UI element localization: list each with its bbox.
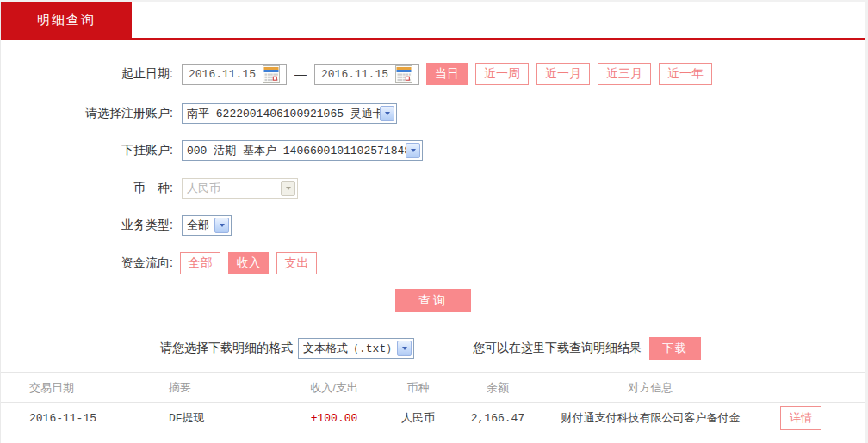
sub-account-label: 下挂账户: bbox=[1, 143, 173, 158]
start-date-input[interactable] bbox=[183, 68, 262, 81]
registered-account-value: 南平 6222001406100921065 灵通卡 bbox=[187, 106, 380, 121]
currency-label: 币 种: bbox=[1, 181, 173, 196]
chevron-down-icon bbox=[281, 181, 295, 196]
fund-flow-row: 资金流向: 全部 收入 支出 bbox=[1, 252, 865, 274]
currency-select: 人民币 bbox=[182, 178, 298, 199]
cell-summary: DF提现 bbox=[169, 410, 291, 426]
tab-label: 明细查询 bbox=[37, 12, 96, 28]
quick-range-year-button[interactable]: 近一年 bbox=[659, 63, 712, 85]
sub-account-value: 000 活期 基本户 1406600101102571848 bbox=[187, 143, 406, 158]
start-date-box bbox=[182, 64, 287, 85]
chevron-down-icon bbox=[397, 341, 412, 356]
download-button[interactable]: 下载 bbox=[649, 337, 701, 360]
header-counterparty: 对方信息 bbox=[536, 380, 765, 396]
download-row: 请您选择下载明细的格式 文本格式（.txt） 您可以在这里下载查询明细结果 下载 bbox=[1, 337, 865, 360]
cell-action: 详情 bbox=[765, 406, 865, 430]
header-summary: 摘要 bbox=[169, 380, 291, 396]
start-date-calendar-button[interactable] bbox=[262, 65, 281, 83]
currency-row: 币 种: 人民币 bbox=[1, 177, 865, 200]
business-type-row: 业务类型: 全部 bbox=[1, 214, 865, 237]
end-date-box bbox=[314, 64, 419, 85]
date-separator: — bbox=[294, 67, 307, 81]
fund-flow-income-button[interactable]: 收入 bbox=[228, 252, 269, 274]
download-format-select[interactable]: 文本格式（.txt） bbox=[298, 338, 414, 359]
download-format-value: 文本格式（.txt） bbox=[303, 341, 397, 356]
tab-detail-query[interactable]: 明细查询 bbox=[1, 2, 132, 38]
calendar-icon bbox=[395, 65, 412, 83]
date-range-row: 起止日期: bbox=[1, 63, 865, 85]
detail-button[interactable]: 详情 bbox=[780, 406, 822, 430]
quick-range-month-button[interactable]: 近一月 bbox=[536, 63, 590, 85]
table-header-row: 交易日期 摘要 收入/支出 币种 余额 对方信息 bbox=[1, 372, 865, 403]
results-table: 交易日期 摘要 收入/支出 币种 余额 对方信息 2016-11-15 DF提现… bbox=[1, 372, 865, 434]
header-date: 交易日期 bbox=[1, 380, 169, 396]
chevron-down-icon bbox=[214, 218, 229, 233]
header-balance: 余额 bbox=[459, 380, 536, 396]
download-hint: 您可以在这里下载查询明细结果 bbox=[473, 341, 642, 356]
sub-account-select[interactable]: 000 活期 基本户 1406600101102571848 bbox=[182, 140, 423, 161]
sub-account-row: 下挂账户: 000 活期 基本户 1406600101102571848 bbox=[1, 139, 865, 162]
fund-flow-expense-button[interactable]: 支出 bbox=[276, 252, 317, 274]
quick-range-today-button[interactable]: 当日 bbox=[426, 63, 468, 85]
quick-range-week-button[interactable]: 近一周 bbox=[475, 63, 529, 85]
table-row: 2016-11-15 DF提现 +100.00 人民币 2,166.47 财付通… bbox=[1, 403, 865, 434]
business-type-value: 全部 bbox=[187, 218, 209, 233]
registered-account-select[interactable]: 南平 6222001406100921065 灵通卡 bbox=[182, 103, 397, 124]
date-range-label: 起止日期: bbox=[1, 66, 173, 82]
cell-date: 2016-11-15 bbox=[1, 412, 169, 425]
cell-amount: +100.00 bbox=[291, 412, 377, 425]
end-date-calendar-button[interactable] bbox=[394, 65, 413, 83]
cell-balance: 2,166.47 bbox=[459, 412, 536, 425]
cell-currency: 人民币 bbox=[377, 410, 459, 426]
header-currency: 币种 bbox=[377, 380, 459, 396]
registered-account-label: 请选择注册账户: bbox=[1, 106, 173, 121]
detail-query-panel: 明细查询 起止日期: bbox=[0, 2, 865, 443]
business-type-label: 业务类型: bbox=[1, 218, 173, 233]
end-date-input[interactable] bbox=[315, 68, 394, 81]
chevron-down-icon bbox=[380, 106, 394, 121]
download-format-label: 请您选择下载明细的格式 bbox=[160, 341, 293, 356]
quick-range-quarter-button[interactable]: 近三月 bbox=[598, 63, 651, 85]
registered-account-row: 请选择注册账户: 南平 6222001406100921065 灵通卡 bbox=[1, 102, 865, 125]
query-button[interactable]: 查询 bbox=[395, 289, 471, 312]
header-amount: 收入/支出 bbox=[291, 380, 377, 396]
fund-flow-all-button[interactable]: 全部 bbox=[180, 252, 220, 274]
chevron-down-icon bbox=[406, 143, 420, 158]
fund-flow-label: 资金流向: bbox=[1, 255, 173, 271]
business-type-select[interactable]: 全部 bbox=[182, 215, 232, 236]
tab-underline bbox=[1, 38, 865, 40]
cell-counterparty: 财付通支付科技有限公司客户备付金 bbox=[536, 410, 765, 426]
currency-value: 人民币 bbox=[187, 181, 220, 196]
calendar-icon bbox=[263, 65, 280, 83]
